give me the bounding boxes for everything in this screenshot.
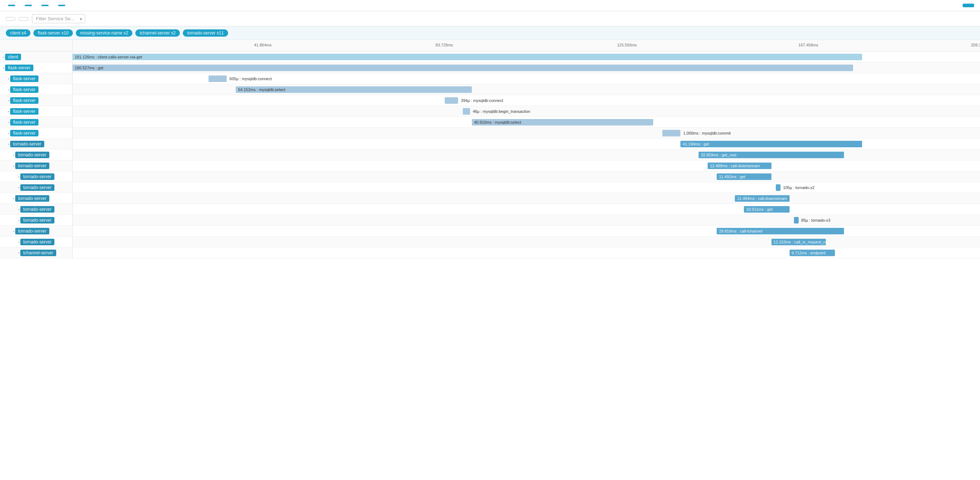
timeline-row: 85μ : tornado-x3 <box>73 215 980 226</box>
timeline-column: 41.864ms83.729ms125.593ms167.458ms209.32… <box>73 40 980 258</box>
service-badge-flask-server[interactable]: flask-server <box>10 108 38 115</box>
timeline-row: 11.494ms : call-downstream <box>73 193 980 204</box>
time-marker-1: 83.729ms <box>436 43 453 47</box>
duration-badge <box>8 5 15 6</box>
expand-dash[interactable]: - <box>13 228 14 234</box>
service-badge-tornado-server[interactable]: tornado-server <box>10 141 44 147</box>
top-bar <box>0 0 980 11</box>
expand-dash[interactable]: - <box>18 185 19 190</box>
span-bar[interactable]: 54.152ms : mysqldb:select <box>236 86 472 93</box>
collapse-all-button[interactable] <box>19 17 28 21</box>
expand-dash[interactable]: - <box>8 120 10 125</box>
span-bar[interactable] <box>794 217 799 223</box>
expand-dash[interactable]: - <box>8 76 10 81</box>
time-marker-2: 125.593ms <box>617 43 636 47</box>
span-bar[interactable]: 11.494ms : call-downstream <box>735 195 789 202</box>
json-button[interactable] <box>963 4 974 7</box>
span-bar[interactable]: 11.492ms : get <box>717 174 771 180</box>
expand-dash[interactable]: - <box>8 98 10 103</box>
service-badge-tornado-server[interactable]: tornado-server <box>15 228 49 234</box>
span-bar[interactable]: 12.489ms : call-downstream <box>708 163 771 169</box>
service-row: - flask-server <box>0 73 72 84</box>
time-marker-0: 41.864ms <box>254 43 271 47</box>
span-bar[interactable] <box>208 75 227 82</box>
expand-dash[interactable]: - <box>3 54 4 59</box>
service-row: - flask-server <box>0 62 72 73</box>
service-row: - tornado-server <box>0 215 72 226</box>
span-bar[interactable] <box>776 184 781 191</box>
timeline-row: 12.489ms : call-downstream <box>73 160 980 171</box>
span-label: 105μ : tornado-x2 <box>783 185 814 190</box>
span-bar[interactable]: 9.712ms : endpoint <box>789 250 835 256</box>
expand-dash[interactable]: - <box>13 163 14 168</box>
expand-dash[interactable]: - <box>3 65 4 70</box>
service-badge-tornado-server[interactable]: tornado-server <box>20 217 54 223</box>
expand-all-button[interactable] <box>6 17 15 21</box>
tag-3[interactable]: tchannel-server x2 <box>135 29 180 37</box>
expand-dash[interactable]: - <box>8 87 10 92</box>
span-bar[interactable]: 29.816ms : call-tchannel <box>717 228 844 234</box>
service-row: - tornado-server <box>0 236 72 247</box>
tag-4[interactable]: tornado-server x11 <box>183 29 228 37</box>
service-badge-tornado-server[interactable]: tornado-server <box>20 206 54 213</box>
tag-2[interactable]: missing-service-name x2 <box>76 29 133 37</box>
service-badge-flask-server[interactable]: flask-server <box>10 97 38 104</box>
timeline-row: 12.153ms : call_in_request_context <box>73 236 980 247</box>
service-badge-flask-server[interactable]: flask-server <box>10 130 38 136</box>
service-badge-tornado-server[interactable]: tornado-server <box>15 151 49 158</box>
service-row: - flask-server <box>0 117 72 128</box>
service-badge-tornado-server[interactable]: tornado-server <box>20 184 54 191</box>
span-label: 394μ : mysqldb:connect <box>461 98 503 103</box>
span-bar[interactable]: 180.527ms : get <box>73 65 853 71</box>
expand-dash[interactable]: - <box>18 218 19 223</box>
service-badge-flask-server[interactable]: flask-server <box>10 75 38 82</box>
filter-service-select[interactable]: Filter Service Se... <box>32 14 85 23</box>
service-badge-tornado-server[interactable]: tornado-server <box>15 195 49 202</box>
span-bar[interactable]: 32.659ms : get_root <box>698 151 844 158</box>
expand-dash[interactable]: - <box>18 174 19 179</box>
total-spans-badge <box>58 5 65 6</box>
service-badge-flask-server[interactable]: flask-server <box>10 86 38 93</box>
service-row: - tornado-server <box>0 139 72 150</box>
span-bar[interactable]: 40.910ms : mysqldb:select <box>472 119 653 126</box>
service-badge-tornado-server[interactable]: tornado-server <box>20 239 54 245</box>
service-badge-tornado-server[interactable]: tornado-server <box>20 174 54 180</box>
expand-dash[interactable]: - <box>8 131 10 136</box>
expand-dash[interactable]: - <box>13 196 14 201</box>
expand-dash[interactable]: - <box>8 109 10 114</box>
span-bar[interactable] <box>463 108 470 115</box>
expand-dash[interactable]: - <box>8 142 10 147</box>
timeline-row: 29.816ms : call-tchannel <box>73 226 980 236</box>
service-badge-flask-server[interactable]: flask-server <box>10 119 38 126</box>
span-label: 605μ : mysqldb:connect <box>229 77 272 81</box>
span-bar[interactable] <box>662 130 681 136</box>
service-badge-flask-server[interactable]: flask-server <box>5 65 33 71</box>
services-column: - client- flask-server- flask-server- fl… <box>0 40 73 258</box>
span-bar[interactable]: 181.126ms : client-calls-server-via-get <box>73 54 862 60</box>
service-badge-tchannel-server[interactable]: tchannel-server <box>20 250 56 256</box>
timeline-row: 394μ : mysqldb:connect <box>73 95 980 106</box>
timeline-row: 181.126ms : client-calls-server-via-get <box>73 51 980 62</box>
timeline-row: 1.000ms : mysqldb:commit <box>73 128 980 139</box>
expand-dash[interactable]: - <box>18 207 19 212</box>
time-marker-3: 167.458ms <box>799 43 818 47</box>
expand-dash[interactable]: - <box>18 250 19 255</box>
timeline-row: 9.712ms : endpoint <box>73 247 980 258</box>
depth-badge <box>41 5 49 6</box>
service-row: - client <box>0 51 72 62</box>
expand-dash[interactable]: - <box>13 152 14 158</box>
time-marker-4: 209.323ms <box>971 43 980 47</box>
toolbar: Filter Service Se... <box>0 11 980 27</box>
timeline-row: 46μ : mysqldb:begin_transaction <box>73 106 980 117</box>
span-bar[interactable]: 10.511ms : get <box>744 206 789 213</box>
total-spans-stat <box>56 5 65 6</box>
span-bar[interactable] <box>445 97 458 104</box>
tag-1[interactable]: flask-server x10 <box>33 29 73 37</box>
service-badge-tornado-server[interactable]: tornado-server <box>15 163 49 169</box>
span-bar[interactable]: 41.194ms : get <box>681 141 862 147</box>
tag-0[interactable]: client x4 <box>6 29 30 37</box>
service-badge-client[interactable]: client <box>5 54 21 60</box>
span-label: 46μ : mysqldb:begin_transaction <box>473 109 530 113</box>
span-bar[interactable]: 12.153ms : call_in_request_context <box>772 239 826 245</box>
expand-dash[interactable]: - <box>18 239 19 244</box>
